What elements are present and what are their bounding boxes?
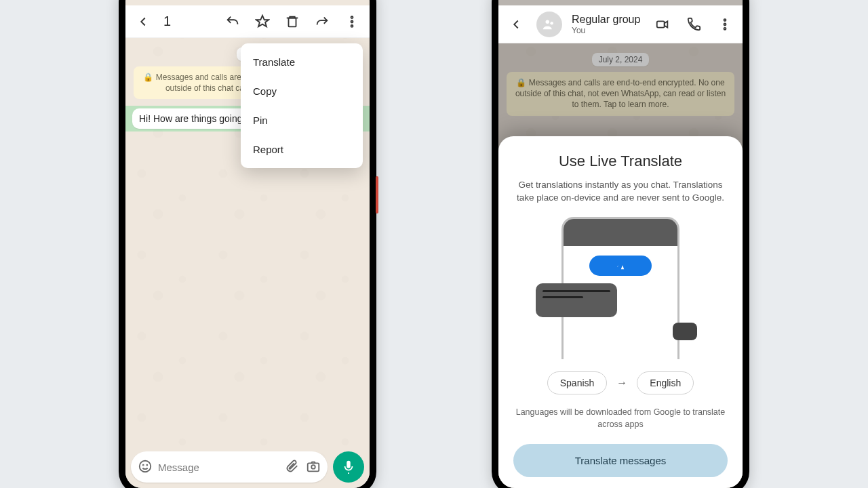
context-menu: Translate Copy Pin Report: [241, 43, 363, 168]
menu-translate[interactable]: Translate: [241, 47, 363, 77]
svg-point-9: [546, 20, 550, 23]
translate-pill-icon: [589, 256, 652, 276]
emoji-icon[interactable]: [138, 459, 153, 476]
video-call-icon[interactable]: [649, 11, 676, 38]
message-bubble[interactable]: Hi! How are things going: [132, 108, 250, 129]
group-avatar[interactable]: [536, 12, 562, 37]
menu-pin[interactable]: Pin: [241, 106, 363, 135]
svg-point-5: [143, 464, 144, 465]
status-bar: 8:25: [125, 0, 370, 5]
lock-icon: 🔒: [143, 73, 153, 82]
translate-messages-button[interactable]: Translate messages: [513, 444, 728, 477]
star-icon[interactable]: [249, 8, 276, 35]
svg-rect-11: [657, 21, 665, 27]
sheet-note: Languages will be downloaded from Google…: [513, 407, 728, 430]
group-title: Regular group: [572, 14, 645, 26]
back-button[interactable]: [130, 8, 157, 35]
sheet-description: Get translations instantly as you chat. …: [513, 178, 728, 205]
svg-point-14: [724, 27, 726, 29]
back-button[interactable]: [502, 11, 530, 38]
group-info[interactable]: Regular group You: [572, 14, 645, 35]
svg-point-3: [351, 24, 353, 26]
svg-point-10: [550, 21, 553, 24]
message-input[interactable]: Message: [131, 451, 328, 483]
svg-point-1: [351, 16, 353, 18]
phone-left: 8:25 1 To 🔒: [119, 0, 376, 488]
voice-call-icon[interactable]: [680, 11, 707, 38]
translate-illustration: [556, 217, 685, 359]
svg-point-4: [140, 460, 151, 472]
message-input-bar: Message: [131, 451, 364, 483]
phone-right: 7:40 Regular group You July 2, 202: [492, 0, 749, 488]
delete-icon[interactable]: [279, 8, 306, 35]
power-button[interactable]: [376, 176, 378, 214]
svg-point-8: [311, 465, 315, 469]
language-row: Spanish → English: [513, 371, 728, 394]
svg-point-13: [724, 23, 726, 25]
svg-rect-0: [289, 18, 296, 26]
menu-report[interactable]: Report: [241, 135, 363, 164]
forward-icon[interactable]: [309, 8, 336, 35]
attach-icon[interactable]: [284, 459, 299, 476]
sheet-title: Use Live Translate: [513, 152, 728, 170]
group-subtitle: You: [572, 26, 645, 35]
more-icon[interactable]: [338, 8, 366, 35]
svg-rect-7: [308, 463, 319, 471]
language-to[interactable]: English: [637, 371, 694, 394]
svg-point-6: [146, 464, 147, 465]
message-placeholder: Message: [158, 462, 284, 473]
status-bar: 7:40: [498, 0, 743, 5]
svg-point-12: [724, 19, 726, 21]
camera-icon[interactable]: [306, 459, 321, 476]
selection-count: 1: [163, 14, 171, 29]
selection-toolbar: 1: [125, 5, 370, 38]
reply-icon[interactable]: [219, 8, 246, 35]
svg-point-2: [351, 20, 353, 22]
chat-header: Regular group You: [498, 5, 743, 43]
mic-button[interactable]: [333, 451, 364, 483]
arrow-right-icon: →: [616, 377, 627, 389]
live-translate-sheet: Use Live Translate Get translations inst…: [498, 136, 743, 488]
language-from[interactable]: Spanish: [547, 371, 608, 394]
menu-copy[interactable]: Copy: [241, 77, 363, 106]
more-icon[interactable]: [711, 11, 738, 38]
